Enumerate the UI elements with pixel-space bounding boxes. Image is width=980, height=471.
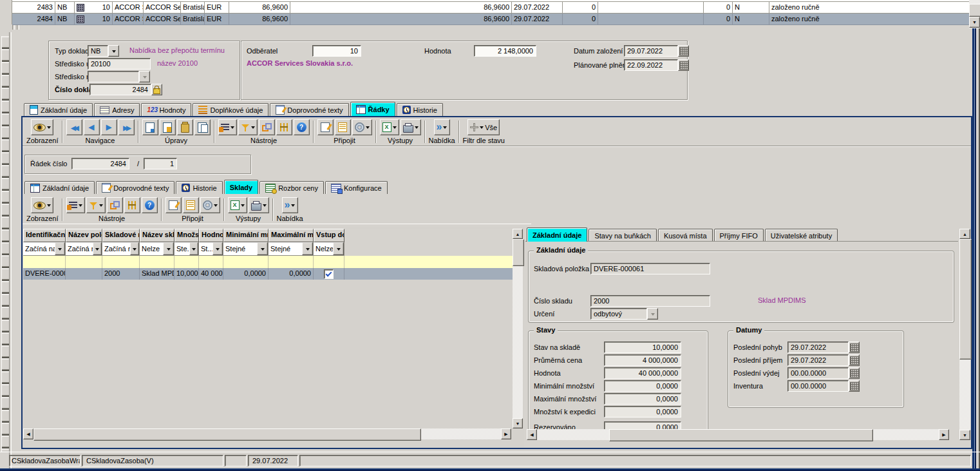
inventura-input[interactable]: 00.00.0000	[787, 380, 849, 392]
filter-dropdown-button[interactable]	[212, 242, 223, 255]
filter-dropdown-button[interactable]	[163, 242, 174, 255]
settings-button[interactable]	[276, 119, 292, 135]
attach-list-button[interactable]	[183, 197, 199, 213]
export-excel-button[interactable]	[380, 119, 399, 135]
detail-vscrollbar[interactable]: ▲ ▼	[959, 229, 970, 440]
column-header[interactable]: Skladové mí...	[102, 229, 140, 242]
copy-record-button[interactable]	[194, 119, 211, 135]
filter-dropdown-button[interactable]	[333, 242, 344, 255]
filter-dropdown[interactable]: Nelze	[140, 242, 174, 256]
filter-dropdown-button[interactable]	[302, 242, 313, 255]
tab-adresy[interactable]: Adresy	[94, 103, 140, 116]
prumerna-cena-input[interactable]: 4 000,0000	[604, 354, 681, 366]
column-header[interactable]: Identifikační č...	[23, 229, 66, 242]
export-excel-button[interactable]	[228, 197, 247, 213]
column-header[interactable]: Vstup do M...	[314, 229, 344, 242]
attach-media-button[interactable]	[200, 197, 220, 213]
help-button[interactable]	[294, 119, 310, 135]
filter-dropdown-button[interactable]	[93, 242, 102, 255]
last-record-button[interactable]	[118, 119, 135, 135]
tab-line-konfigurace[interactable]: Konfigurace	[325, 181, 388, 194]
posledni-vydej-input[interactable]: 00.00.0000	[787, 367, 849, 379]
attach-note-button[interactable]	[165, 197, 182, 213]
scroll-up-button[interactable]: ▲	[959, 229, 970, 239]
scrollbar-thumb[interactable]	[33, 428, 421, 441]
scrollbar-thumb[interactable]	[969, 4, 980, 17]
offer-button[interactable]	[282, 197, 298, 213]
view-button[interactable]	[31, 119, 53, 135]
minimalni-mnozstvi-input[interactable]: 0,0000	[604, 380, 681, 392]
column-header[interactable]: Hodnota	[199, 229, 223, 242]
urceni-dropdown-button[interactable]	[647, 308, 658, 320]
new-record-button[interactable]	[142, 119, 158, 135]
inventura-calendar-button[interactable]	[849, 380, 860, 392]
tab-line-historie[interactable]: Historie	[176, 181, 222, 194]
sort-button[interactable]	[66, 197, 85, 213]
tab-detail-prijmy-fifo[interactable]: Příjmy FIFO	[714, 229, 764, 242]
urceni-select[interactable]: odbytový	[590, 308, 647, 320]
filter-dropdown[interactable]: Začíná na	[23, 242, 66, 256]
scrollbar-thumb[interactable]	[609, 429, 873, 441]
stock-grid-selected-row[interactable]: DVERE-000061 2000 Sklad MPDIMS 10,0000 4…	[23, 268, 513, 280]
typ-dokladu-dropdown-button[interactable]	[108, 45, 119, 57]
view-button[interactable]	[31, 197, 53, 213]
tab-detail-uzivatelske-atributy[interactable]: Uživatelské atributy	[765, 229, 838, 242]
mnozstvi-k-expedici-input[interactable]: 0,0000	[604, 406, 681, 418]
planovane-plneni-input[interactable]: 22.09.2022	[624, 59, 678, 71]
table-row-selected[interactable]: 2484 NB 10 ACCOR S... ACCOR Servi... Bra…	[12, 14, 970, 25]
tab-radky[interactable]: Řádky	[350, 102, 395, 116]
stredisko-realizace-dropdown-button[interactable]	[139, 71, 150, 82]
tab-line-doprovodne-texty[interactable]: Doprovodné texty	[96, 181, 174, 194]
scroll-down-button[interactable]: ▼	[969, 17, 980, 28]
filter-dropdown[interactable]: Stejné	[223, 242, 269, 256]
hodnota-skladu-input[interactable]: 40 000,0000	[604, 367, 681, 379]
stock-grid-vscrollbar[interactable]: ▲ ▼	[513, 229, 523, 428]
scroll-left-button[interactable]: ◀	[527, 429, 537, 440]
print-button[interactable]	[249, 197, 269, 213]
filter-dropdown[interactable]: Stejné	[269, 242, 314, 256]
status-filter-button[interactable]: Vše	[467, 119, 500, 135]
maximalni-mnozstvi-input[interactable]: 0,0000	[604, 393, 681, 405]
column-header[interactable]: Minimální množ...	[223, 229, 269, 242]
attach-list-button[interactable]	[335, 119, 351, 135]
attach-media-button[interactable]	[352, 119, 372, 135]
scrollbar-thumb[interactable]	[513, 239, 524, 266]
column-header[interactable]: Název polož...	[66, 229, 102, 242]
stock-grid-hscrollbar[interactable]: ◀ ▶	[23, 428, 511, 439]
relations-button[interactable]	[259, 119, 275, 135]
posledni-pohyb-input[interactable]: 29.07.2022	[787, 341, 849, 353]
tab-doplnkove-udaje[interactable]: Doplňkové údaje	[193, 103, 269, 116]
previous-record-button[interactable]	[84, 119, 100, 135]
settings-button[interactable]	[124, 197, 140, 213]
typ-dokladu-input[interactable]: NB	[88, 45, 108, 57]
help-button[interactable]	[142, 197, 158, 213]
filter-dropdown-button[interactable]	[257, 242, 268, 255]
scrollbar-thumb[interactable]	[959, 239, 972, 360]
filter-dropdown-button[interactable]	[55, 242, 65, 255]
filter-button[interactable]	[86, 197, 106, 213]
scroll-down-button[interactable]: ▼	[513, 418, 523, 428]
tab-detail-kusova-mista[interactable]: Kusová místa	[658, 229, 713, 242]
filter-dropdown[interactable]: Začíná na	[102, 242, 140, 256]
stredisko-realizace-input[interactable]	[88, 71, 139, 82]
column-header[interactable]: Maximální množ...	[269, 229, 314, 242]
hodnota-input[interactable]: 2 148,0000	[474, 45, 536, 57]
skladova-polozka-input[interactable]: DVERE-000061	[590, 263, 710, 274]
tab-historie[interactable]: Historie	[397, 103, 443, 116]
cislo-skladu-input[interactable]: 2000	[590, 295, 710, 307]
odberatel-input[interactable]: 10	[312, 45, 361, 57]
scroll-down-button[interactable]: ▼	[959, 430, 970, 440]
tab-detail-stavy-na-bunkach[interactable]: Stavy na buňkách	[589, 229, 656, 242]
table-row[interactable]: 2483 NB 10 ACCOR S... ACCOR Servi... Bra…	[12, 2, 970, 14]
scroll-right-button[interactable]: ▶	[939, 429, 949, 440]
delete-record-button[interactable]	[177, 119, 193, 135]
tab-line-zakladni-udaje[interactable]: Základní údaje	[24, 181, 95, 194]
sort-button[interactable]	[218, 119, 237, 135]
print-button[interactable]	[400, 119, 421, 135]
tab-detail-zakladni-udaje[interactable]: Základní údaje	[527, 227, 587, 242]
filter-dropdown[interactable]: Ste...	[174, 242, 199, 256]
scroll-left-button[interactable]: ◀	[23, 428, 33, 439]
posledni-prijem-calendar-button[interactable]	[849, 354, 860, 366]
filter-dropdown-button[interactable]	[189, 242, 198, 255]
stock-grid-entry-row[interactable]	[23, 256, 513, 268]
